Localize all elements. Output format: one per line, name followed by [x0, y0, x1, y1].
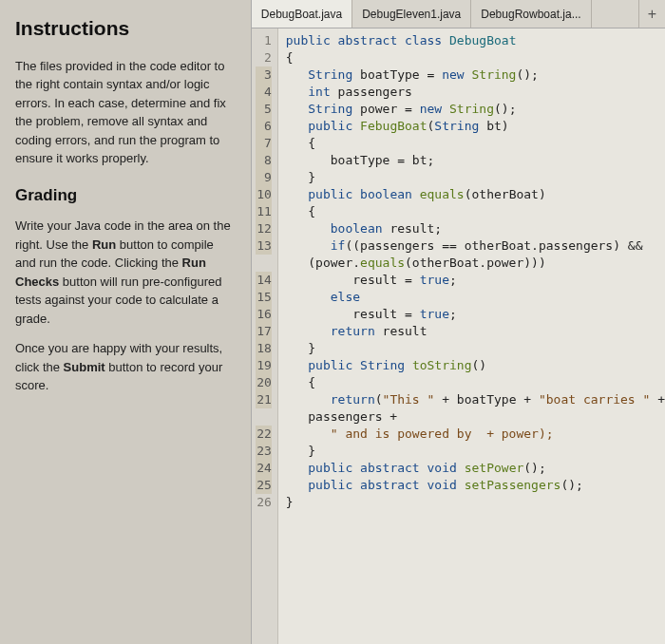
line-number: 24: [256, 460, 272, 477]
code-line[interactable]: String power = new String();: [286, 101, 665, 118]
code-line[interactable]: boolean result;: [286, 220, 665, 237]
code-line[interactable]: boatType = bt;: [286, 152, 665, 169]
code-line[interactable]: passengers +: [286, 408, 665, 426]
code-line[interactable]: public boolean equals(otherBoat): [286, 186, 665, 203]
line-number: [256, 255, 272, 272]
line-number: 10: [256, 186, 272, 203]
code-line[interactable]: {: [286, 135, 665, 152]
line-number: 8: [256, 152, 272, 169]
grading-title: Grading: [15, 183, 236, 208]
instructions-title: Instructions: [15, 13, 236, 44]
submit-label: Submit: [64, 360, 105, 374]
line-number: 18: [256, 340, 272, 357]
line-number: 23: [256, 443, 272, 460]
code-line[interactable]: return result: [286, 323, 665, 340]
line-number: 11: [256, 203, 272, 220]
line-gutter: 12345678910111213 1415161718192021 22232…: [252, 28, 278, 644]
line-number: 12: [256, 220, 272, 237]
line-number: [256, 408, 272, 426]
code-line[interactable]: (power.equals(otherBoat.power))): [286, 255, 665, 272]
line-number: 21: [256, 391, 272, 408]
editor-tabs: DebugBoat.javaDebugEleven1.javaDebugRowb…: [252, 0, 665, 28]
line-number: 14: [256, 272, 272, 289]
line-number: 13: [256, 237, 272, 255]
line-number: 2: [256, 49, 272, 66]
line-number: 22: [256, 426, 272, 443]
line-number: 26: [256, 494, 272, 511]
editor-tab[interactable]: DebugBoat.java: [252, 0, 352, 28]
add-tab-button[interactable]: +: [638, 0, 665, 28]
line-number: 15: [256, 289, 272, 306]
instructions-para-2: Write your Java code in the area on the …: [15, 217, 236, 328]
code-line[interactable]: }: [286, 169, 665, 186]
line-number: 25: [256, 477, 272, 494]
code-line[interactable]: int passengers: [286, 84, 665, 101]
code-line[interactable]: {: [286, 49, 665, 66]
line-number: 9: [256, 169, 272, 186]
code-line[interactable]: String boatType = new String();: [286, 66, 665, 84]
line-number: 7: [256, 135, 272, 152]
line-number: 16: [256, 306, 272, 323]
instructions-para-3: Once you are happy with your results, cl…: [15, 339, 236, 395]
line-number: 6: [256, 118, 272, 135]
code-line[interactable]: {: [286, 374, 665, 391]
editor-tab[interactable]: DebugEleven1.java: [352, 0, 471, 28]
code-line[interactable]: " and is powered by + power);: [286, 426, 665, 443]
code-line[interactable]: }: [286, 494, 665, 511]
code-line[interactable]: public abstract void setPassengers();: [286, 477, 665, 494]
line-number: 3: [256, 66, 272, 84]
line-number: 1: [256, 32, 272, 49]
editor-panel: DebugBoat.javaDebugEleven1.javaDebugRowb…: [251, 0, 665, 644]
code-line[interactable]: }: [286, 443, 665, 460]
instructions-para-1: The files provided in the code editor to…: [15, 57, 236, 168]
line-number: 5: [256, 101, 272, 118]
code-line[interactable]: {: [286, 203, 665, 220]
code-lines[interactable]: public abstract class DebugBoat{ String …: [278, 28, 665, 644]
line-number: 17: [256, 323, 272, 340]
code-line[interactable]: public abstract class DebugBoat: [286, 32, 665, 49]
code-line[interactable]: if((passengers == otherBoat.passengers) …: [286, 237, 665, 255]
code-line[interactable]: result = true;: [286, 272, 665, 289]
code-line[interactable]: public FebugBoat(String bt): [286, 118, 665, 135]
line-number: 19: [256, 357, 272, 374]
run-label: Run: [92, 237, 116, 252]
code-editor[interactable]: 12345678910111213 1415161718192021 22232…: [252, 28, 665, 644]
code-line[interactable]: }: [286, 340, 665, 357]
editor-tab[interactable]: DebugRowboat.ja...: [471, 0, 591, 28]
code-line[interactable]: public String toString(): [286, 357, 665, 374]
line-number: 20: [256, 374, 272, 391]
code-line[interactable]: else: [286, 289, 665, 306]
code-line[interactable]: public abstract void setPower();: [286, 460, 665, 477]
code-line[interactable]: return("This " + boatType + "boat carrie…: [286, 391, 665, 408]
instructions-panel: Instructions The files provided in the c…: [0, 0, 251, 644]
code-line[interactable]: result = true;: [286, 306, 665, 323]
line-number: 4: [256, 84, 272, 101]
